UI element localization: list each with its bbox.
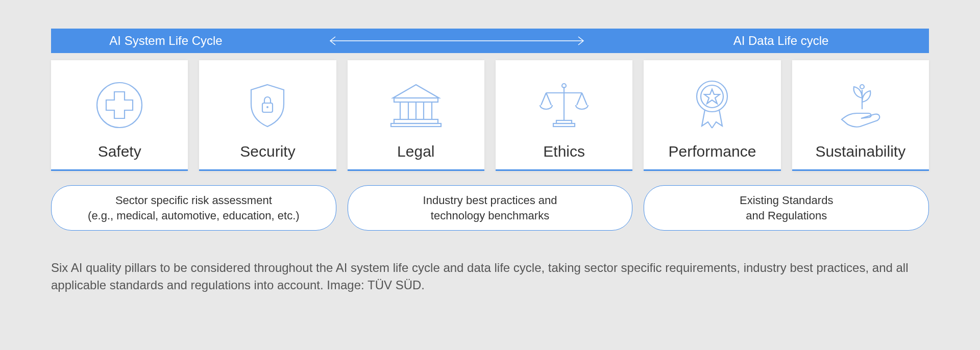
pillar-label: Performance: [669, 143, 756, 160]
context-bubble-practices: Industry best practices and technology b…: [348, 185, 633, 231]
svg-line-16: [541, 93, 546, 105]
scales-icon: [536, 74, 592, 136]
svg-marker-4: [393, 85, 439, 98]
shield-lock-icon: [242, 74, 293, 136]
pillar-sustainability: Sustainability: [792, 60, 929, 171]
courthouse-icon: [388, 74, 444, 136]
svg-line-19: [582, 93, 587, 105]
pillar-safety: Safety: [51, 60, 188, 171]
bubble-line2: (e.g., medical, automotive, education, e…: [88, 209, 300, 222]
lifecycle-header: AI System Life Cycle AI Data Life cycle: [51, 29, 929, 53]
pillar-legal: Legal: [348, 60, 484, 171]
header-left-label: AI System Life Cycle: [61, 34, 271, 48]
ai-pillars-diagram: AI System Life Cycle AI Data Life cycle …: [51, 29, 929, 294]
pillar-label: Security: [240, 143, 295, 160]
pillar-label: Legal: [397, 143, 434, 160]
pillar-label: Safety: [98, 143, 141, 160]
svg-rect-12: [391, 123, 441, 127]
pillar-ethics: Ethics: [496, 60, 632, 171]
pillar-security: Security: [199, 60, 336, 171]
award-ribbon-icon: [687, 74, 738, 136]
bubble-line1: Existing Standards: [740, 194, 833, 207]
context-bubble-standards: Existing Standards and Regulations: [644, 185, 929, 231]
svg-line-17: [546, 93, 551, 105]
pillar-label: Sustainability: [815, 143, 905, 160]
header-right-label: AI Data Life cycle: [643, 34, 919, 48]
bubble-line2: technology benchmarks: [431, 209, 549, 222]
svg-rect-11: [394, 119, 438, 123]
svg-line-18: [577, 93, 582, 105]
svg-marker-24: [704, 89, 720, 104]
medical-cross-icon: [94, 74, 145, 136]
context-row: Sector specific risk assessment (e.g., m…: [51, 185, 929, 231]
pillars-row: Safety Security: [51, 60, 929, 171]
svg-point-3: [266, 106, 268, 108]
pillar-label: Ethics: [543, 143, 585, 160]
svg-rect-5: [394, 98, 438, 102]
context-bubble-risk: Sector specific risk assessment (e.g., m…: [51, 185, 336, 231]
svg-point-26: [860, 85, 864, 89]
svg-point-1: [97, 83, 142, 128]
double-arrow-icon: [271, 36, 643, 46]
bubble-line2: and Regulations: [746, 209, 827, 222]
hand-plant-icon: [832, 74, 889, 136]
bubble-line1: Industry best practices and: [423, 194, 557, 207]
figure-caption: Six AI quality pillars to be considered …: [51, 259, 929, 293]
pillar-performance: Performance: [644, 60, 780, 171]
bubble-line1: Sector specific risk assessment: [115, 194, 272, 207]
svg-rect-21: [553, 123, 575, 127]
